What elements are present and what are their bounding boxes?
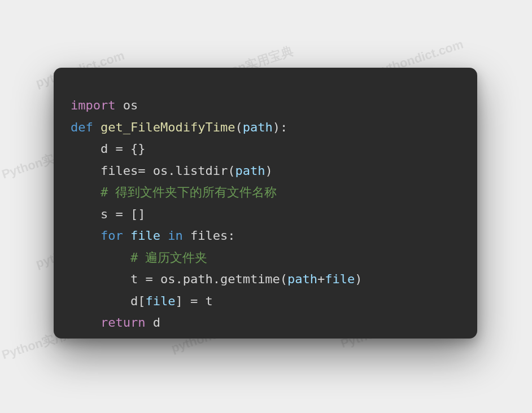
code-card: import os def get_FileModifyTime(path): … bbox=[54, 68, 477, 339]
kw-def: def bbox=[71, 120, 93, 134]
op-plus: + bbox=[317, 272, 325, 286]
line-t-b: ) bbox=[355, 272, 362, 286]
line-dset-b: ] = t bbox=[175, 294, 212, 308]
line-s-init: s = [] bbox=[71, 207, 145, 221]
paren-open: ( bbox=[235, 120, 242, 134]
arg-path: path bbox=[235, 164, 265, 178]
line-files-b: ) bbox=[265, 164, 272, 178]
kw-import: import bbox=[71, 98, 115, 112]
code-block: import os def get_FileModifyTime(path): … bbox=[71, 95, 460, 334]
arg-path-2: path bbox=[287, 272, 317, 286]
fn-name: get_FileModifyTime bbox=[93, 120, 236, 134]
arg-file: file bbox=[325, 272, 355, 286]
watermark-brand: Python实用宝典 bbox=[0, 0, 92, 2]
paren-close: ): bbox=[273, 120, 288, 134]
line-t-a: t = os.path.getmtime( bbox=[71, 272, 287, 286]
comment-2: # 遍历文件夹 bbox=[71, 251, 207, 265]
loop-var: file bbox=[123, 229, 168, 243]
kw-for: for bbox=[71, 229, 123, 243]
key-file: file bbox=[145, 294, 175, 308]
kw-in: in bbox=[168, 229, 183, 243]
mod-os: os bbox=[115, 98, 138, 112]
line-d-init: d = {} bbox=[71, 142, 145, 156]
line-files-a: files= os.listdir( bbox=[71, 164, 235, 178]
line-dset-a: d[ bbox=[71, 294, 145, 308]
param-path: path bbox=[243, 120, 273, 134]
ret-d: d bbox=[145, 315, 160, 329]
loop-iter: files: bbox=[183, 229, 236, 243]
kw-return: return bbox=[71, 315, 145, 329]
comment-1: # 得到文件夹下的所有文件名称 bbox=[71, 185, 277, 199]
